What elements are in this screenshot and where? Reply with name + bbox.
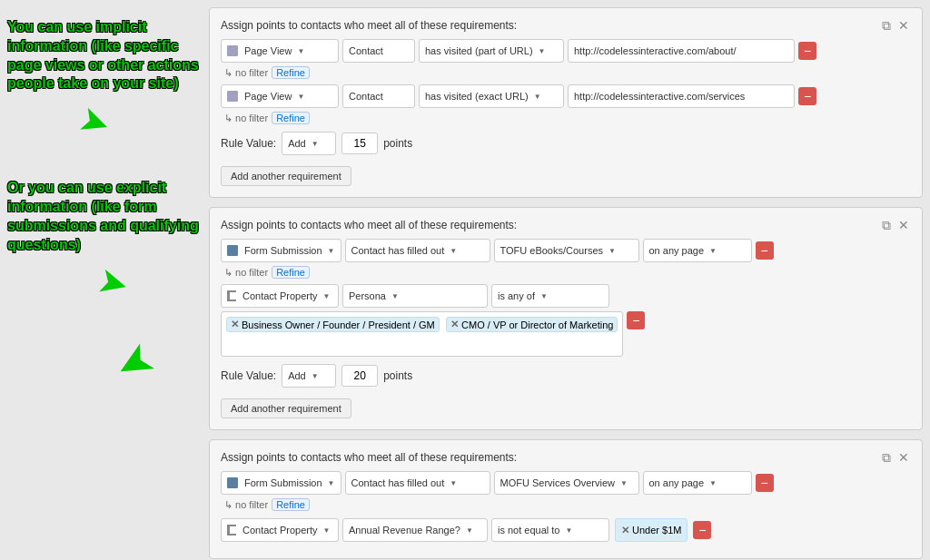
refine-link-2[interactable]: Refine [272, 112, 310, 124]
form-submission-icon [227, 245, 238, 256]
page-view-icon-2 [227, 91, 238, 102]
caret-icon: ▼ [328, 479, 335, 487]
panel-1-row1-remove-button[interactable]: − [798, 42, 816, 60]
panel-3: Assign points to contacts who meet all o… [209, 439, 923, 559]
panel-3-close-button[interactable]: ✕ [896, 451, 911, 464]
caret-icon: ▼ [323, 526, 331, 535]
tag-1-remove[interactable]: ✕ [231, 319, 239, 330]
panel-1-add-requirement-button[interactable]: Add another requirement [221, 166, 351, 186]
panel-1-row2-filter: ↳ no filter Refine [221, 112, 911, 124]
panel-1-row-2: Page View ▼ Contact has visited (exact U… [221, 84, 911, 108]
panel-1-copy-button[interactable]: ⧉ [880, 19, 893, 32]
no-filter-label-4: ↳ no filter [224, 499, 268, 511]
panel-1-row2-condition-select[interactable]: has visited (exact URL) ▼ [419, 84, 564, 108]
caret-icon: ▼ [312, 140, 319, 148]
panel-2-copy-button[interactable]: ⧉ [880, 219, 893, 231]
refine-link-3[interactable]: Refine [272, 266, 310, 279]
no-filter-label: ↳ no filter [224, 67, 268, 79]
caret-icon: ▼ [709, 247, 717, 255]
panel-2: Assign points to contacts who meet all o… [209, 207, 923, 430]
panel-3-row2-condition-select[interactable]: is not equal to ▼ [491, 518, 609, 542]
panel-3-row2-remove-button[interactable]: − [693, 521, 711, 539]
caret-icon: ▼ [450, 247, 457, 255]
panel-3-row1-form-select[interactable]: MOFU Services Overview ▼ [494, 471, 639, 495]
panel-1-row1-filter: ↳ no filter Refine [221, 66, 911, 79]
panel-2-row2-remove-button[interactable]: − [627, 311, 645, 329]
caret-icon: ▼ [323, 292, 331, 300]
caret-icon: ▼ [608, 247, 616, 255]
panel-2-add-select[interactable]: Add ▼ [282, 364, 336, 388]
arrow-3: ➤ [105, 332, 164, 397]
refine-link-4[interactable]: Refine [272, 498, 310, 511]
panel-2-row2-type-select[interactable]: Contact Property ▼ [221, 284, 339, 308]
panel-2-add-requirement-button[interactable]: Add another requirement [221, 398, 351, 418]
caret-icon: ▼ [466, 526, 473, 535]
panel-3-row1-remove-button[interactable]: − [756, 474, 774, 492]
panel-3-row1-filter: ↳ no filter Refine [221, 498, 911, 511]
annotation-2-text: Or you can use explicit information (lik… [7, 179, 202, 254]
caret-icon: ▼ [534, 93, 541, 101]
panel-3-row-1: Form Submission ▼ Contact has filled out… [221, 471, 911, 495]
panel-1-close-button[interactable]: ✕ [896, 19, 911, 32]
arrow-1: ➤ [74, 97, 117, 147]
panel-3-copy-button[interactable]: ⧉ [880, 451, 893, 464]
panel-1-header: Assign points to contacts who meet all o… [221, 19, 517, 32]
panel-3-row-2: Contact Property ▼ Annual Revenue Range?… [221, 516, 911, 544]
caret-icon: ▼ [450, 479, 457, 487]
panel-1: Assign points to contacts who meet all o… [209, 7, 923, 198]
tag-2-remove[interactable]: ✕ [450, 319, 459, 330]
panel-3-row2-tag: ✕ Under $1M [615, 518, 688, 542]
panel-2-close-button[interactable]: ✕ [896, 219, 911, 231]
caret-icon: ▼ [620, 479, 628, 487]
panel-1-row2-value-select[interactable]: http://codelessinteractive.com/services [568, 84, 795, 108]
panel-1-row1-contact-select[interactable]: Contact [342, 39, 415, 63]
panel-3-header: Assign points to contacts who meet all o… [221, 451, 517, 464]
panel-3-row1-page-select[interactable]: on any page ▼ [643, 471, 752, 495]
panel-1-add-select[interactable]: Add ▼ [282, 132, 336, 155]
refine-link-1[interactable]: Refine [272, 66, 310, 79]
panel-2-row2-persona-select[interactable]: Persona ▼ [342, 284, 488, 308]
panel-3-row1-type-select[interactable]: Form Submission ▼ [221, 471, 341, 495]
panel-1-row2-type-select[interactable]: Page View ▼ [221, 84, 339, 108]
contact-property-icon-2 [227, 525, 236, 535]
panel-3-row2-type-select[interactable]: Contact Property ▼ [221, 518, 339, 542]
panel-1-points-input[interactable] [341, 133, 378, 154]
panel-1-row1-value-select[interactable]: http://codelessinteractive.com/about/ [568, 39, 795, 63]
caret-icon: ▼ [391, 292, 399, 300]
panel-3-row2-revenue-select[interactable]: Annual Revenue Range? ▼ [342, 518, 488, 542]
panel-2-row1-condition-select[interactable]: Contact has filled out ▼ [345, 239, 490, 262]
panel-2-row1-form-select[interactable]: TOFU eBooks/Courses ▼ [494, 239, 639, 262]
panel-2-row1-filter: ↳ no filter Refine [221, 266, 911, 279]
panel-2-points-input[interactable] [341, 365, 378, 387]
panel-2-header: Assign points to contacts who meet all o… [221, 219, 517, 231]
panel-2-rule-value-row: Rule Value: Add ▼ points [221, 364, 911, 388]
caret-icon: ▼ [540, 292, 548, 300]
caret-icon: ▼ [709, 479, 717, 487]
panel-1-row1-condition-select[interactable]: has visited (part of URL) ▼ [419, 39, 564, 63]
page-view-icon [227, 45, 238, 56]
panel-2-row1-page-select[interactable]: on any page ▼ [643, 239, 752, 262]
panel-1-row-1: Page View ▼ Contact has visited (part of… [221, 39, 911, 63]
panel-1-row1-type-select[interactable]: Page View ▼ [221, 39, 339, 63]
points-label: points [383, 137, 412, 150]
panel-1-row2-remove-button[interactable]: − [798, 87, 816, 105]
panel-2-row2-is-any-select[interactable]: is any of ▼ [491, 284, 609, 308]
rule-value-label-2: Rule Value: [221, 369, 276, 382]
form-submission-icon-2 [227, 477, 238, 488]
annotation-1-text: You can use implicit information (like s… [7, 18, 202, 93]
caret-icon: ▼ [328, 247, 335, 255]
panel-2-row1-type-select[interactable]: Form Submission ▼ [221, 239, 341, 262]
tag-2: ✕ CMO / VP or Director of Marketing [446, 317, 618, 332]
panel-1-rule-value-row: Rule Value: Add ▼ points [221, 132, 911, 155]
panel-2-row1-remove-button[interactable]: − [756, 241, 774, 260]
panel-2-row-2: Contact Property ▼ Persona ▼ is any of ▼… [221, 284, 911, 357]
panel-2-row-1: Form Submission ▼ Contact has filled out… [221, 239, 911, 262]
arrow-2: ➤ [94, 259, 134, 307]
panel-3-row1-condition-select[interactable]: Contact has filled out ▼ [345, 471, 490, 495]
caret-icon: ▼ [566, 526, 573, 535]
panel-3-tag-remove[interactable]: ✕ [621, 525, 629, 536]
tag-1: ✕ Business Owner / Founder / President /… [226, 317, 440, 332]
panel-1-row2-contact-select[interactable]: Contact [342, 84, 415, 108]
panel-2-row2-tags-container: ✕ Business Owner / Founder / President /… [221, 311, 623, 357]
caret-icon: ▼ [312, 372, 319, 380]
